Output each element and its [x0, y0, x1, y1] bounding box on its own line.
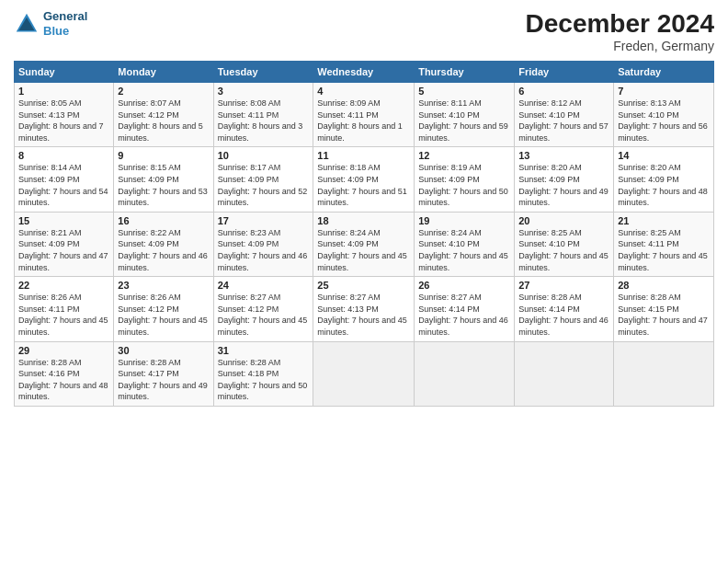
day-detail: Sunrise: 8:13 AMSunset: 4:10 PMDaylight:… [618, 98, 710, 144]
day-detail: Sunrise: 8:11 AMSunset: 4:10 PMDaylight:… [418, 98, 510, 144]
calendar-cell: 10Sunrise: 8:17 AMSunset: 4:09 PMDayligh… [213, 147, 313, 212]
calendar-cell: 13Sunrise: 8:20 AMSunset: 4:09 PMDayligh… [515, 147, 614, 212]
calendar-header-saturday: Saturday [614, 62, 714, 83]
day-detail: Sunrise: 8:15 AMSunset: 4:09 PMDaylight:… [118, 162, 209, 208]
day-number: 9 [118, 150, 209, 161]
day-number: 11 [317, 150, 410, 161]
calendar-cell: 1Sunrise: 8:05 AMSunset: 4:13 PMDaylight… [15, 83, 114, 147]
calendar-cell: 4Sunrise: 8:09 AMSunset: 4:11 PMDaylight… [313, 83, 415, 147]
day-number: 27 [518, 280, 609, 291]
calendar-header-tuesday: Tuesday [213, 62, 313, 83]
day-detail: Sunrise: 8:28 AMSunset: 4:18 PMDaylight:… [218, 357, 310, 403]
day-number: 18 [317, 215, 410, 226]
day-number: 20 [518, 215, 609, 226]
day-detail: Sunrise: 8:08 AMSunset: 4:11 PMDaylight:… [218, 98, 310, 144]
calendar-cell [415, 341, 515, 406]
day-detail: Sunrise: 8:26 AMSunset: 4:12 PMDaylight:… [118, 292, 209, 338]
day-detail: Sunrise: 8:23 AMSunset: 4:09 PMDaylight:… [218, 227, 310, 273]
calendar-cell: 3Sunrise: 8:08 AMSunset: 4:11 PMDaylight… [213, 83, 313, 147]
day-number: 5 [418, 86, 510, 97]
day-number: 1 [18, 86, 109, 97]
day-number: 17 [218, 215, 310, 226]
calendar-cell: 18Sunrise: 8:24 AMSunset: 4:09 PMDayligh… [313, 212, 415, 276]
day-detail: Sunrise: 8:28 AMSunset: 4:15 PMDaylight:… [618, 292, 710, 338]
day-detail: Sunrise: 8:20 AMSunset: 4:09 PMDaylight:… [518, 162, 609, 208]
calendar-cell: 9Sunrise: 8:15 AMSunset: 4:09 PMDaylight… [114, 147, 213, 212]
day-number: 30 [118, 345, 209, 356]
day-number: 21 [618, 215, 710, 226]
calendar-cell: 25Sunrise: 8:27 AMSunset: 4:13 PMDayligh… [313, 277, 415, 341]
day-detail: Sunrise: 8:27 AMSunset: 4:13 PMDaylight:… [317, 292, 410, 338]
calendar-week-1: 1Sunrise: 8:05 AMSunset: 4:13 PMDaylight… [15, 83, 714, 147]
calendar-cell: 30Sunrise: 8:28 AMSunset: 4:17 PMDayligh… [114, 341, 213, 406]
calendar-header-row: SundayMondayTuesdayWednesdayThursdayFrid… [15, 62, 714, 83]
day-number: 25 [317, 280, 410, 291]
day-detail: Sunrise: 8:20 AMSunset: 4:09 PMDaylight:… [618, 162, 710, 208]
calendar-cell: 27Sunrise: 8:28 AMSunset: 4:14 PMDayligh… [515, 277, 614, 341]
calendar-header-sunday: Sunday [15, 62, 114, 83]
day-detail: Sunrise: 8:28 AMSunset: 4:16 PMDaylight:… [18, 357, 109, 403]
day-detail: Sunrise: 8:25 AMSunset: 4:11 PMDaylight:… [618, 227, 710, 273]
calendar-header-thursday: Thursday [415, 62, 515, 83]
calendar-header-wednesday: Wednesday [313, 62, 415, 83]
calendar-cell: 7Sunrise: 8:13 AMSunset: 4:10 PMDaylight… [614, 83, 714, 147]
logo-icon [14, 11, 40, 37]
day-detail: Sunrise: 8:14 AMSunset: 4:09 PMDaylight:… [18, 162, 109, 208]
day-detail: Sunrise: 8:18 AMSunset: 4:09 PMDaylight:… [317, 162, 410, 208]
calendar-cell: 19Sunrise: 8:24 AMSunset: 4:10 PMDayligh… [415, 212, 515, 276]
calendar-week-3: 15Sunrise: 8:21 AMSunset: 4:09 PMDayligh… [15, 212, 714, 276]
calendar-cell: 20Sunrise: 8:25 AMSunset: 4:10 PMDayligh… [515, 212, 614, 276]
calendar-cell [313, 341, 415, 406]
calendar-table: SundayMondayTuesdayWednesdayThursdayFrid… [14, 61, 714, 407]
calendar-cell: 31Sunrise: 8:28 AMSunset: 4:18 PMDayligh… [213, 341, 313, 406]
calendar-cell: 11Sunrise: 8:18 AMSunset: 4:09 PMDayligh… [313, 147, 415, 212]
day-detail: Sunrise: 8:27 AMSunset: 4:12 PMDaylight:… [218, 292, 310, 338]
day-number: 12 [418, 150, 510, 161]
day-number: 16 [118, 215, 209, 226]
day-number: 14 [618, 150, 710, 161]
day-number: 31 [218, 345, 310, 356]
day-detail: Sunrise: 8:26 AMSunset: 4:11 PMDaylight:… [18, 292, 109, 338]
day-number: 8 [18, 150, 109, 161]
day-number: 19 [418, 215, 510, 226]
title-section: December 2024 Freden, Germany [526, 9, 714, 53]
main-title: December 2024 [526, 9, 714, 39]
day-detail: Sunrise: 8:12 AMSunset: 4:10 PMDaylight:… [518, 98, 609, 144]
calendar-cell: 8Sunrise: 8:14 AMSunset: 4:09 PMDaylight… [15, 147, 114, 212]
day-detail: Sunrise: 8:17 AMSunset: 4:09 PMDaylight:… [218, 162, 310, 208]
logo-text: General Blue [43, 9, 87, 38]
day-number: 3 [218, 86, 310, 97]
day-detail: Sunrise: 8:24 AMSunset: 4:10 PMDaylight:… [418, 227, 510, 273]
day-number: 4 [317, 86, 410, 97]
subtitle: Freden, Germany [526, 39, 714, 53]
day-detail: Sunrise: 8:27 AMSunset: 4:14 PMDaylight:… [418, 292, 510, 338]
day-number: 24 [218, 280, 310, 291]
calendar-cell: 24Sunrise: 8:27 AMSunset: 4:12 PMDayligh… [213, 277, 313, 341]
day-detail: Sunrise: 8:21 AMSunset: 4:09 PMDaylight:… [18, 227, 109, 273]
calendar-cell: 28Sunrise: 8:28 AMSunset: 4:15 PMDayligh… [614, 277, 714, 341]
day-detail: Sunrise: 8:28 AMSunset: 4:14 PMDaylight:… [518, 292, 609, 338]
calendar-header-friday: Friday [515, 62, 614, 83]
calendar-cell: 12Sunrise: 8:19 AMSunset: 4:09 PMDayligh… [415, 147, 515, 212]
calendar-cell: 14Sunrise: 8:20 AMSunset: 4:09 PMDayligh… [614, 147, 714, 212]
day-number: 13 [518, 150, 609, 161]
calendar-week-4: 22Sunrise: 8:26 AMSunset: 4:11 PMDayligh… [15, 277, 714, 341]
calendar-cell: 22Sunrise: 8:26 AMSunset: 4:11 PMDayligh… [15, 277, 114, 341]
calendar-cell: 5Sunrise: 8:11 AMSunset: 4:10 PMDaylight… [415, 83, 515, 147]
day-detail: Sunrise: 8:07 AMSunset: 4:12 PMDaylight:… [118, 98, 209, 144]
day-number: 15 [18, 215, 109, 226]
day-detail: Sunrise: 8:05 AMSunset: 4:13 PMDaylight:… [18, 98, 109, 144]
day-detail: Sunrise: 8:09 AMSunset: 4:11 PMDaylight:… [317, 98, 410, 144]
calendar-cell [614, 341, 714, 406]
day-number: 10 [218, 150, 310, 161]
day-detail: Sunrise: 8:24 AMSunset: 4:09 PMDaylight:… [317, 227, 410, 273]
day-number: 2 [118, 86, 209, 97]
page-header: General Blue December 2024 Freden, Germa… [14, 9, 714, 53]
day-number: 28 [618, 280, 710, 291]
calendar-cell: 2Sunrise: 8:07 AMSunset: 4:12 PMDaylight… [114, 83, 213, 147]
calendar-cell: 6Sunrise: 8:12 AMSunset: 4:10 PMDaylight… [515, 83, 614, 147]
calendar-cell: 17Sunrise: 8:23 AMSunset: 4:09 PMDayligh… [213, 212, 313, 276]
day-detail: Sunrise: 8:19 AMSunset: 4:09 PMDaylight:… [418, 162, 510, 208]
calendar-week-2: 8Sunrise: 8:14 AMSunset: 4:09 PMDaylight… [15, 147, 714, 212]
day-number: 26 [418, 280, 510, 291]
